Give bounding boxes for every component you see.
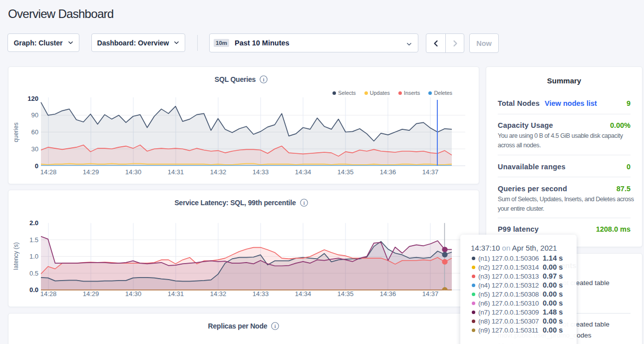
svg-text:14:33: 14:33 [253, 168, 269, 176]
svg-text:14:29: 14:29 [83, 168, 99, 176]
svg-text:14:34: 14:34 [295, 168, 312, 176]
svg-text:14:36: 14:36 [380, 290, 396, 298]
svg-text:30: 30 [31, 145, 38, 153]
svg-text:queries: queries [12, 122, 19, 142]
svg-text:14:33: 14:33 [253, 290, 269, 298]
svg-text:120: 120 [27, 95, 38, 102]
svg-text:14:37: 14:37 [422, 290, 439, 298]
svg-text:14:30: 14:30 [125, 290, 142, 298]
svg-text:14:32: 14:32 [210, 168, 227, 176]
svg-text:1.0: 1.0 [29, 253, 38, 260]
svg-text:14:35: 14:35 [337, 290, 354, 298]
svg-text:0: 0 [35, 162, 38, 170]
svg-text:60: 60 [31, 128, 38, 136]
svg-text:14:29: 14:29 [83, 290, 99, 298]
svg-text:2.0: 2.0 [29, 219, 38, 227]
svg-text:14:30: 14:30 [125, 168, 142, 176]
svg-text:14:34: 14:34 [295, 290, 312, 298]
svg-text:14:31: 14:31 [168, 290, 184, 298]
svg-text:i: i [275, 324, 276, 329]
svg-text:90: 90 [31, 111, 38, 119]
svg-text:1.5: 1.5 [29, 236, 38, 244]
svg-text:14:37: 14:37 [422, 168, 439, 176]
svg-text:14:36: 14:36 [380, 168, 396, 176]
svg-text:0.5: 0.5 [29, 270, 38, 277]
svg-text:14:32: 14:32 [210, 290, 227, 298]
svg-text:14:28: 14:28 [40, 168, 57, 176]
svg-text:latency (s): latency (s) [12, 242, 19, 270]
svg-text:14:28: 14:28 [40, 290, 57, 298]
svg-text:14:31: 14:31 [168, 168, 184, 176]
svg-text:0.0: 0.0 [29, 286, 38, 294]
svg-text:14:35: 14:35 [337, 168, 354, 176]
